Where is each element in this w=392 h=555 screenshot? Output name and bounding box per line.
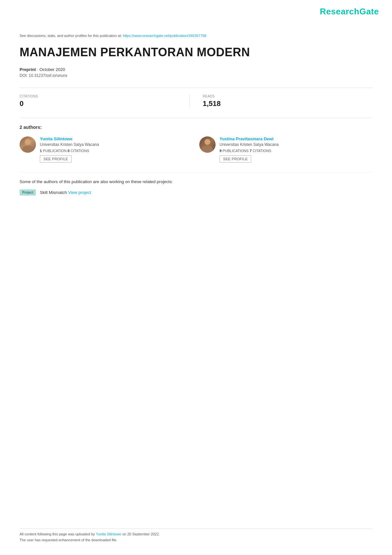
reads-value: 1,518 [203,99,373,108]
project-title-1: Skill Mismatch View project [40,190,91,195]
author-name-2[interactable]: Yustina Pravitasmara Dewi [220,136,372,141]
reads-label: READS [203,95,373,98]
stats-vertical-divider [189,95,190,108]
author-card-1: Yunita Silintowe Universitas Kristen Sat… [20,136,193,163]
publication-title: MANAJEMEN PERKANTORAN MODERN [20,45,372,59]
publication-link[interactable]: https://www.researchgate.net/publication… [123,34,206,38]
author-affiliation-1: Universitas Kristen Satya Wacana [40,142,193,147]
related-projects-section: Some of the authors of this publication … [20,172,372,196]
authors-divider [20,118,372,118]
project-badge-1: Project [20,189,36,196]
author-info-1: Yunita Silintowe Universitas Kristen Sat… [40,136,193,163]
project-item-1: Project Skill Mismatch View project [20,189,372,196]
researchgate-logo: ResearchGate [320,7,379,17]
author-affiliation-2: Universitas Kristen Satya Wacana [220,142,372,147]
related-heading: Some of the authors of this publication … [20,179,372,184]
view-project-link-1[interactable]: View project [68,190,91,195]
authors-grid: Yunita Silintowe Universitas Kristen Sat… [20,136,372,163]
author-avatar-2 [199,136,216,153]
author-stats-1: 1 PUBLICATION 0 CITATIONS [40,149,193,153]
authors-section: 2 authors: Yunita Silintowe Universitas … [20,125,372,163]
footer-upload-text: All content following this page was uplo… [20,532,372,536]
footer-sub-text: The user has requested enhancement of th… [20,538,372,542]
author-info-2: Yustina Pravitasmara Dewi Universitas Kr… [220,136,372,163]
see-profile-button-1[interactable]: SEE PROFILE [40,155,72,163]
citations-label: CITATIONS [20,95,189,98]
footer-divider [20,529,372,529]
citations-block: CITATIONS 0 [20,95,189,108]
author-stats-2: 9 PUBLICATIONS 7 CITATIONS [220,149,372,153]
citations-value: 0 [20,99,189,108]
stats-row: CITATIONS 0 READS 1,518 [20,95,372,108]
stats-divider [20,88,372,88]
author-avatar-img-2 [199,136,216,153]
reads-block: READS 1,518 [203,95,373,108]
see-profile-button-2[interactable]: SEE PROFILE [220,155,251,163]
authors-heading: 2 authors: [20,125,372,130]
footer-uploader-link[interactable]: Yunita Silintowe [96,532,121,536]
footer: All content following this page was uplo… [20,529,372,542]
author-avatar-1 [20,136,36,153]
author-name-1[interactable]: Yunita Silintowe [40,136,193,141]
author-card-2: Yustina Pravitasmara Dewi Universitas Kr… [199,136,372,163]
doi-info: DOI: 10.31237/osf.io/ununx [20,73,372,78]
top-notice: See discussions, stats, and author profi… [20,33,372,39]
author-avatar-img-1 [20,136,36,153]
preprint-info: Preprint · October 2020 [20,67,372,72]
